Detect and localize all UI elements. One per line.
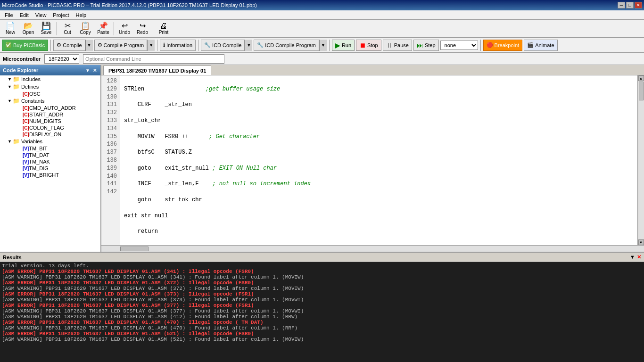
folder-icon: 📁: [13, 76, 20, 82]
var-icon: [V]: [23, 173, 29, 178]
paste-button[interactable]: 📌 Paste: [95, 21, 112, 36]
menu-project[interactable]: Project: [50, 11, 72, 19]
cut-button[interactable]: ✂ Cut: [59, 21, 76, 36]
result-line-12: [ASM ERROR] PBP31 18F2620 TM1637 LED DIS…: [2, 331, 642, 337]
icd-compile-program-button[interactable]: 🔧 ICD Compile Program: [254, 40, 319, 51]
scroll-handle[interactable]: [639, 82, 644, 100]
none-select[interactable]: none: [440, 41, 478, 50]
new-button[interactable]: 📄 New: [2, 21, 19, 36]
code-line-133: goto exit_str_null ; EXIT ON Null char: [124, 165, 634, 173]
dropdown-arrow[interactable]: ▼: [84, 68, 91, 73]
tree-node-display-on[interactable]: [C] DISPLAY_ON: [0, 131, 100, 138]
print-button[interactable]: 🖨 Print: [155, 21, 172, 36]
minimize-button[interactable]: ─: [618, 2, 625, 8]
undo-icon: ↩: [122, 22, 128, 30]
code-explorer-panel: Code Explorer ▼ ✕ ▼ 📁 Includes ▼ 📁 Defin…: [0, 65, 101, 252]
code-line-135: goto str_tok_chr: [124, 196, 634, 204]
run-icon: ▶: [335, 41, 340, 49]
menu-file[interactable]: File: [2, 11, 16, 19]
maximize-button[interactable]: □: [626, 2, 634, 8]
tree-node-tm-nak[interactable]: [V] TM_NAK: [0, 158, 100, 165]
tree-node-variables[interactable]: ▼ 📁 Variables: [0, 138, 100, 145]
window-title: MicroCode Studio - PICBASIC PRO – Trial …: [2, 2, 257, 8]
tree-node-tm-dat[interactable]: [V] TM_DAT: [0, 152, 100, 158]
icd-compile-button[interactable]: 🔧 ICD Compile: [201, 40, 245, 51]
right-scrollbar[interactable]: ▲ ▼: [637, 75, 644, 245]
undo-button[interactable]: ↩ Undo: [116, 21, 133, 36]
code-explorer-header: Code Explorer ▼ ✕: [0, 65, 100, 75]
animate-button[interactable]: 🎬 Animate: [524, 40, 557, 51]
result-line-11: [ASM WARNING] PBP31 18F2620 TM1637 LED D…: [2, 325, 642, 331]
open-button[interactable]: 📂 Open: [20, 21, 37, 36]
result-line-7: [ASM ERROR] PBP31 18F2620 TM1637 LED DIS…: [2, 303, 642, 308]
buy-picbasic-button[interactable]: ✅ Buy PICBasic: [2, 40, 48, 51]
results-close-button[interactable]: ✕: [637, 254, 641, 260]
compile-program-icon: ⚙: [98, 42, 102, 48]
icd-compile-program-icon: 🔧: [257, 42, 264, 48]
menu-view[interactable]: View: [33, 11, 50, 19]
code-line-130: str_tok_chr: [124, 117, 634, 125]
results-panel: Results ▼ ✕ Trial version. 13 days left.…: [0, 252, 644, 362]
scroll-thumb-x[interactable]: [120, 247, 149, 251]
scroll-down-button[interactable]: ▼: [638, 239, 644, 245]
results-content: Trial version. 13 days left. [ASM ERROR]…: [0, 262, 644, 362]
separator: [157, 40, 157, 51]
tree-node-defines[interactable]: ▼ 📁 Defines: [0, 83, 100, 90]
pause-icon: ⏸: [386, 41, 393, 49]
close-button[interactable]: ✕: [635, 2, 642, 8]
copy-button[interactable]: 📋 Copy: [77, 21, 94, 36]
tree-node-start-addr[interactable]: [C] START_ADDR: [0, 111, 100, 118]
run-button[interactable]: ▶ Run: [332, 40, 355, 51]
separator: [50, 40, 51, 51]
breakpoint-button[interactable]: 🔴 Breakpoint: [483, 40, 523, 51]
menu-edit[interactable]: Edit: [17, 11, 32, 19]
tree-node-includes[interactable]: ▼ 📁 Includes: [0, 75, 100, 83]
tree-node-colon-flag[interactable]: [C] COLON_FLAG: [0, 124, 100, 131]
const-icon: [C]: [23, 106, 29, 111]
optional-cmdline-input[interactable]: [83, 54, 224, 64]
tree-node-osc[interactable]: [C] OSC: [0, 90, 100, 97]
icd-compile-program-dropdown-arrow[interactable]: ▼: [319, 40, 327, 51]
tree-node-constants[interactable]: ▼ 📁 Constants: [0, 97, 100, 105]
menu-help[interactable]: Help: [73, 11, 90, 19]
microcontroller-select[interactable]: 18F2620: [44, 54, 79, 64]
compile-button[interactable]: ⚙ Compile: [53, 40, 85, 51]
tree-node-tm-bit[interactable]: [V] TM_BIT: [0, 145, 100, 152]
redo-button[interactable]: ↪ Redo: [134, 21, 151, 36]
scroll-up-button[interactable]: ▲: [638, 75, 644, 81]
icd-compile-dropdown-arrow[interactable]: ▼: [245, 40, 252, 51]
result-line-13: [ASM WARNING] PBP31 18F2620 TM1637 LED D…: [2, 337, 642, 342]
result-line-9: [ASM WARNING] PBP31 18F2620 TM1637 LED D…: [2, 314, 642, 320]
microcontroller-label: Microcontroller: [3, 56, 41, 62]
pause-button[interactable]: ⏸ Pause: [383, 40, 412, 51]
horizontal-scrollbar[interactable]: [101, 245, 644, 252]
results-dropdown[interactable]: ▼: [630, 254, 635, 260]
tab-main-file[interactable]: PBP31 18F2620 TM1637 LED Display 01: [103, 66, 211, 75]
code-line-132: btfsC STATUS,Z: [124, 148, 634, 156]
close-panel-button[interactable]: ✕: [92, 68, 98, 73]
tree-node-num-digits[interactable]: [C] NUM_DIGITS: [0, 118, 100, 124]
save-button[interactable]: 💾 Save: [38, 21, 55, 36]
code-line-134: INCF _str_len,F ; not null so increment …: [124, 180, 634, 188]
animate-icon: 🎬: [527, 42, 534, 48]
step-button[interactable]: ⏭ Step: [413, 40, 439, 51]
separator: [153, 22, 153, 35]
code-line-136: exit_str_null: [124, 212, 634, 220]
tree-node-cmd-auto-addr[interactable]: [C] CMD_AUTO_ADDR: [0, 105, 100, 111]
compile-program-button[interactable]: ⚙ Compile Program: [94, 40, 148, 51]
const-icon: [C]: [23, 119, 29, 124]
separator: [198, 40, 198, 51]
code-content[interactable]: STRlen ;get buffer usage size CLRF _str_…: [120, 75, 637, 245]
breakpoint-icon: 🔴: [487, 42, 493, 48]
compile-dropdown-arrow[interactable]: ▼: [85, 40, 93, 51]
tree-node-tm-bright[interactable]: [V] TM_BRIGHT: [0, 172, 100, 178]
tree-node-tm-dig[interactable]: [V] TM_DIG: [0, 165, 100, 172]
editor-area: PBP31 18F2620 TM1637 LED Display 01 128 …: [101, 65, 644, 252]
compile-program-dropdown-arrow[interactable]: ▼: [147, 40, 155, 51]
information-button[interactable]: ℹ Information: [160, 40, 196, 51]
stop-button[interactable]: ⏹ Stop: [356, 40, 381, 51]
folder-icon: 📁: [13, 138, 20, 145]
result-line-6: [ASM WARNING] PBP31 18F2620 TM1637 LED D…: [2, 297, 642, 303]
cut-icon: ✂: [65, 22, 71, 30]
folder-icon: 📁: [13, 83, 20, 90]
